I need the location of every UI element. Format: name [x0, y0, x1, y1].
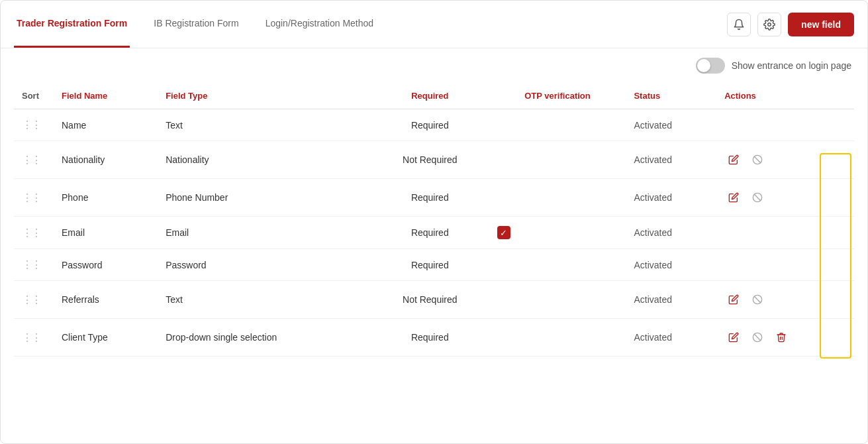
- otp-cell: ✓: [489, 217, 626, 249]
- otp-cell: [489, 281, 626, 319]
- drag-icon[interactable]: ⋮⋮: [22, 119, 40, 131]
- sort-handle[interactable]: ⋮⋮: [14, 249, 54, 281]
- field-name-cell: Email: [54, 217, 158, 249]
- table-row: ⋮⋮PhonePhone NumberRequiredActivated: [14, 179, 854, 217]
- col-field-type: Field Type: [158, 83, 371, 109]
- deactivate-icon[interactable]: [748, 188, 767, 207]
- sort-handle[interactable]: ⋮⋮: [14, 217, 54, 249]
- field-type-cell: Password: [158, 249, 371, 281]
- field-name-cell: Password: [54, 249, 158, 281]
- status-cell: Activated: [626, 141, 716, 179]
- field-name-cell: Nationality: [54, 141, 158, 179]
- required-cell: Not Required: [371, 141, 489, 179]
- status-cell: Activated: [626, 319, 716, 357]
- drag-icon[interactable]: ⋮⋮: [22, 154, 40, 166]
- otp-cell: [489, 141, 626, 179]
- edit-icon[interactable]: [724, 150, 743, 169]
- col-actions: Actions: [716, 83, 854, 109]
- svg-point-0: [768, 23, 771, 26]
- drag-icon[interactable]: ⋮⋮: [22, 227, 40, 239]
- actions-cell: [716, 141, 854, 179]
- actions-cell: [716, 179, 854, 217]
- fields-table: Sort Field Name Field Type Required OTP …: [14, 83, 854, 357]
- actions-cell: [716, 319, 854, 357]
- deactivate-icon[interactable]: [748, 290, 767, 309]
- table-header-row: Sort Field Name Field Type Required OTP …: [14, 83, 854, 109]
- field-type-cell: Phone Number: [158, 179, 371, 217]
- sort-handle[interactable]: ⋮⋮: [14, 179, 54, 217]
- edit-icon[interactable]: [724, 290, 743, 309]
- drag-icon[interactable]: ⋮⋮: [22, 332, 40, 343]
- table-row: ⋮⋮NameTextRequiredActivated: [14, 109, 854, 141]
- status-cell: Activated: [626, 217, 716, 249]
- login-page-toggle[interactable]: [696, 58, 725, 74]
- drag-icon[interactable]: ⋮⋮: [22, 192, 40, 203]
- settings-button[interactable]: [757, 13, 781, 36]
- field-type-cell: Text: [158, 281, 371, 319]
- edit-icon[interactable]: [724, 188, 743, 207]
- svg-line-8: [754, 334, 760, 340]
- status-cell: Activated: [626, 249, 716, 281]
- required-cell: Required: [371, 249, 489, 281]
- actions-cell: [716, 109, 854, 141]
- tab-login[interactable]: Login/Registration Method: [263, 1, 376, 48]
- drag-icon[interactable]: ⋮⋮: [22, 259, 40, 270]
- table-row: ⋮⋮NationalityNationalityNot RequiredActi…: [14, 141, 854, 179]
- tabs-bar: Trader Registration Form IB Registration…: [1, 1, 867, 48]
- action-icons-group: [724, 150, 846, 169]
- required-cell: Required: [371, 179, 489, 217]
- otp-cell: [489, 249, 626, 281]
- edit-icon[interactable]: [724, 328, 743, 347]
- required-cell: Required: [371, 319, 489, 357]
- field-name-cell: Name: [54, 109, 158, 141]
- required-cell: Not Required: [371, 281, 489, 319]
- tabs-nav: Trader Registration Form IB Registration…: [14, 1, 376, 48]
- table-row: ⋮⋮PasswordPasswordRequiredActivated: [14, 249, 854, 281]
- status-cell: Activated: [626, 109, 716, 141]
- sort-handle[interactable]: ⋮⋮: [14, 281, 54, 319]
- delete-icon[interactable]: [772, 328, 791, 347]
- status-cell: Activated: [626, 281, 716, 319]
- drag-icon[interactable]: ⋮⋮: [22, 294, 40, 305]
- action-icons-group: [724, 328, 846, 347]
- required-cell: Required: [371, 109, 489, 141]
- notification-button[interactable]: [727, 13, 751, 36]
- tab-ib[interactable]: IB Registration Form: [151, 1, 241, 48]
- svg-line-4: [754, 194, 760, 200]
- deactivate-icon[interactable]: [748, 150, 767, 169]
- table-row: ⋮⋮EmailEmailRequired✓Activated: [14, 217, 854, 249]
- header-actions: new field: [727, 13, 854, 36]
- col-otp: OTP verification: [489, 83, 626, 109]
- toggle-label: Show entrance on login page: [732, 60, 851, 71]
- otp-checkbox-checked: ✓: [497, 226, 510, 239]
- required-cell: Required: [371, 217, 489, 249]
- new-field-button[interactable]: new field: [788, 13, 854, 36]
- field-name-cell: Client Type: [54, 319, 158, 357]
- tab-trader[interactable]: Trader Registration Form: [14, 1, 130, 48]
- sort-handle[interactable]: ⋮⋮: [14, 141, 54, 179]
- sort-handle[interactable]: ⋮⋮: [14, 319, 54, 357]
- col-required: Required: [371, 83, 489, 109]
- field-type-cell: Email: [158, 217, 371, 249]
- action-icons-group: [724, 188, 846, 207]
- col-status: Status: [626, 83, 716, 109]
- otp-cell: [489, 319, 626, 357]
- action-icons-group: [724, 290, 846, 309]
- app-container: Trader Registration Form IB Registration…: [0, 0, 868, 444]
- field-name-cell: Referrals: [54, 281, 158, 319]
- actions-cell: [716, 281, 854, 319]
- field-name-cell: Phone: [54, 179, 158, 217]
- table-container: Sort Field Name Field Type Required OTP …: [1, 83, 867, 357]
- toggle-row: Show entrance on login page: [1, 48, 867, 83]
- table-row: ⋮⋮ReferralsTextNot RequiredActivated: [14, 281, 854, 319]
- field-type-cell: Text: [158, 109, 371, 141]
- otp-cell: [489, 109, 626, 141]
- actions-cell: [716, 249, 854, 281]
- sort-handle[interactable]: ⋮⋮: [14, 109, 54, 141]
- table-row: ⋮⋮Client TypeDrop-down single selectionR…: [14, 319, 854, 357]
- field-type-cell: Nationality: [158, 141, 371, 179]
- actions-cell: [716, 217, 854, 249]
- field-type-cell: Drop-down single selection: [158, 319, 371, 357]
- deactivate-icon[interactable]: [748, 328, 767, 347]
- col-sort: Sort: [14, 83, 54, 109]
